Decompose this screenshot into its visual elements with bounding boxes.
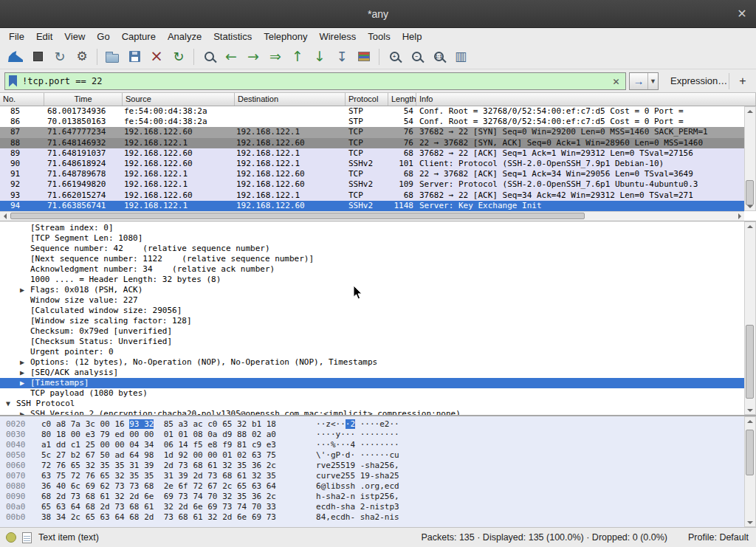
scroll-down-arrow[interactable]	[746, 518, 755, 526]
hex-row[interactable]: 00b038 34 2c 65 63 64 68 2d 73 68 61 32 …	[6, 512, 744, 523]
detail-line[interactable]: [Window size scaling factor: 128]	[0, 316, 744, 326]
zoom-out-button[interactable]: −	[405, 47, 427, 67]
filter-clear-icon[interactable]: ✕	[611, 75, 622, 88]
expander-closed-icon[interactable]: ▶	[20, 378, 30, 388]
capture-comment-icon[interactable]	[22, 532, 32, 543]
restart-capture-button[interactable]: ↻	[49, 47, 71, 67]
packet-row[interactable]: 8568.001734936fe:54:00:d4:38:2aSTP54Conf…	[0, 106, 744, 117]
go-to-top-button[interactable]: ↑	[286, 47, 309, 67]
menu-help[interactable]: Help	[396, 30, 428, 44]
column-header-source[interactable]: Source	[123, 93, 235, 106]
colorize-button[interactable]	[353, 47, 375, 67]
column-header-length[interactable]: Length	[388, 93, 416, 106]
resize-columns-button[interactable]: ▥	[450, 47, 472, 67]
reload-file-button[interactable]: ↻	[168, 47, 190, 67]
zoom-original-button[interactable]: 1:1	[427, 47, 450, 67]
expander-closed-icon[interactable]: ▶	[20, 357, 30, 368]
expander-closed-icon[interactable]: ▶	[20, 285, 30, 295]
detail-line[interactable]: Window size value: 227	[0, 295, 744, 306]
bytes-vscrollbar[interactable]	[744, 416, 756, 527]
detail-line[interactable]: ▼SSH Protocol	[0, 399, 744, 409]
detail-line[interactable]: [TCP Segment Len: 1080]	[0, 233, 744, 244]
scroll-up-arrow[interactable]	[746, 107, 755, 115]
column-header-info[interactable]: Info	[416, 93, 756, 106]
packet-row[interactable]: 9071.648618924192.168.122.60192.168.122.…	[0, 159, 744, 169]
scroll-right-arrow[interactable]	[735, 213, 744, 221]
detail-line[interactable]: ▶SSH Version 2 (encryption:chacha20-poly…	[0, 409, 744, 415]
hex-row[interactable]: 00505c 27 b2 67 50 ad 64 98 1d 92 00 00 …	[6, 450, 744, 461]
menu-telephony[interactable]: Telephony	[258, 30, 313, 44]
filter-history-caret-icon[interactable]: ▼	[647, 73, 658, 89]
menu-view[interactable]: View	[58, 30, 91, 44]
menu-statistics[interactable]: Statistics	[207, 30, 258, 44]
packet-row[interactable]: 8670.013850163fe:54:00:d4:38:2aSTP54Conf…	[0, 117, 744, 127]
scrollbar-track[interactable]	[10, 212, 735, 221]
menu-file[interactable]: File	[3, 30, 30, 44]
hex-row[interactable]: 00a065 63 64 68 2d 73 68 61 32 2d 6e 69 …	[6, 502, 744, 512]
titlebar[interactable]: *any ✕	[0, 0, 756, 28]
packet-list-hscrollbar[interactable]	[0, 211, 744, 221]
find-packet-button[interactable]	[198, 47, 220, 67]
status-profile[interactable]: Profile: Default	[688, 532, 749, 543]
detail-line[interactable]: Acknowledgment number: 34 (relative ack …	[0, 264, 744, 275]
save-file-button[interactable]	[123, 47, 145, 67]
add-filter-button[interactable]: +	[735, 74, 750, 89]
column-header-time[interactable]: Time	[44, 93, 123, 106]
detail-line[interactable]: [Stream index: 0]	[0, 223, 744, 233]
menu-capture[interactable]: Capture	[116, 30, 162, 44]
go-to-packet-button[interactable]: ⇒	[264, 47, 286, 67]
menu-edit[interactable]: Edit	[30, 30, 58, 44]
menu-wireless[interactable]: Wireless	[313, 30, 362, 44]
packet-list-vscrollbar[interactable]	[744, 106, 756, 211]
hex-row[interactable]: 0040a1 dd c1 25 00 00 04 34 06 14 f5 e8 …	[6, 440, 744, 450]
expression-button[interactable]: Expression…	[670, 75, 727, 86]
go-to-bottom-button[interactable]: ↓	[309, 47, 331, 67]
expander-open-icon[interactable]: ▼	[6, 399, 16, 409]
scrollbar-track[interactable]	[745, 425, 755, 518]
detail-line[interactable]: Urgent pointer: 0	[0, 347, 744, 357]
detail-line[interactable]: [Next sequence number: 1122 (relative se…	[0, 254, 744, 264]
filter-bookmark-icon[interactable]	[9, 75, 17, 87]
detail-line[interactable]: ▶[Timestamps]	[0, 378, 744, 388]
packet-row[interactable]: 8871.648146932192.168.122.1192.168.122.6…	[0, 138, 744, 148]
close-icon[interactable]: ✕	[735, 7, 749, 21]
expander-closed-icon[interactable]: ▶	[20, 368, 30, 378]
hex-row[interactable]: 0020c0 a8 7a 3c 00 16 93 32 85 a3 ac c0 …	[6, 419, 744, 430]
scrollbar-thumb[interactable]	[746, 180, 754, 205]
packet-row[interactable]: 8971.648191037192.168.122.60192.168.122.…	[0, 148, 744, 159]
filter-apply-button[interactable]: → ▼	[629, 72, 659, 90]
detail-line[interactable]: Sequence number: 42 (relative sequence n…	[0, 244, 744, 254]
detail-line[interactable]: 1000 .... = Header Length: 32 bytes (8)	[0, 275, 744, 285]
go-forward-button[interactable]: →	[242, 47, 264, 67]
hex-row[interactable]: 009068 2d 73 68 61 32 2d 6e 69 73 74 70 …	[6, 492, 744, 502]
detail-line[interactable]: [Calculated window size: 29056]	[0, 306, 744, 316]
close-file-button[interactable]: ×	[145, 47, 168, 67]
scrollbar-thumb[interactable]	[10, 213, 585, 219]
scrollbar-track[interactable]	[745, 230, 755, 406]
column-header-no[interactable]: No.	[0, 93, 44, 106]
expert-info-icon[interactable]	[6, 532, 16, 543]
hex-row[interactable]: 007063 75 72 76 65 32 35 35 31 39 2d 73 …	[6, 471, 744, 481]
auto-scroll-button[interactable]: ↧	[331, 47, 353, 67]
go-back-button[interactable]: ←	[220, 47, 242, 67]
column-header-protocol[interactable]: Protocol	[346, 93, 388, 106]
packet-row[interactable]: 9171.648789678192.168.122.1192.168.122.6…	[0, 169, 744, 179]
scroll-up-arrow[interactable]	[746, 222, 755, 230]
detail-line[interactable]: Checksum: 0x79ed [unverified]	[0, 326, 744, 337]
stop-capture-button[interactable]	[27, 47, 49, 67]
scroll-up-arrow[interactable]	[746, 417, 755, 425]
details-vscrollbar[interactable]	[744, 221, 756, 415]
scrollbar-thumb[interactable]	[746, 430, 754, 475]
hex-row[interactable]: 008036 40 6c 69 62 73 73 68 2e 6f 72 67 …	[6, 481, 744, 492]
scroll-left-arrow[interactable]	[0, 213, 10, 221]
packet-row[interactable]: 9471.663856741192.168.122.1192.168.122.6…	[0, 201, 744, 211]
start-capture-button[interactable]	[4, 47, 27, 67]
detail-line[interactable]: ▶Flags: 0x018 (PSH, ACK)	[0, 285, 744, 295]
scrollbar-thumb[interactable]	[746, 325, 754, 399]
scroll-down-arrow[interactable]	[746, 406, 755, 414]
packet-row[interactable]: 8771.647777234192.168.122.60192.168.122.…	[0, 127, 744, 137]
detail-line[interactable]: ▶Options: (12 bytes), No-Operation (NOP)…	[0, 357, 744, 368]
detail-line[interactable]: [Checksum Status: Unverified]	[0, 337, 744, 347]
menu-tools[interactable]: Tools	[362, 30, 396, 44]
column-header-destination[interactable]: Destination	[235, 93, 346, 106]
